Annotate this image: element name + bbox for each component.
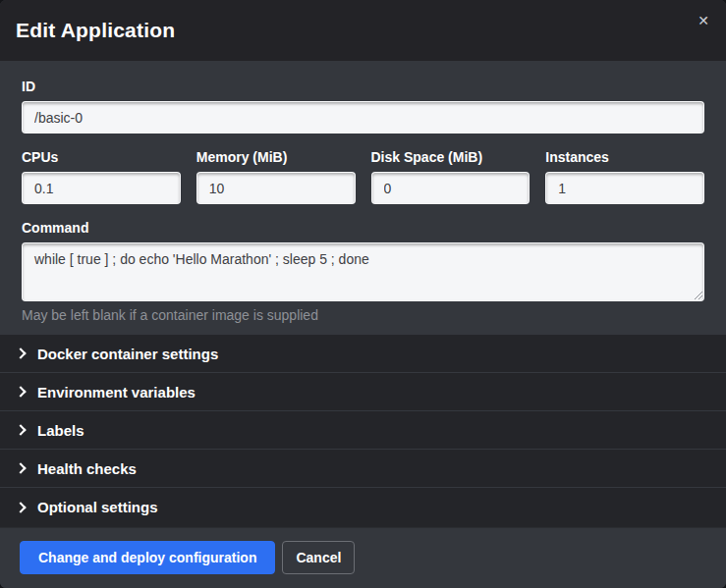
close-icon[interactable]: ✕ [693,10,714,31]
disk-field-group: Disk Space (MiB) [371,149,531,204]
modal-footer: Change and deploy configuration Cancel [0,527,726,588]
chevron-right-icon [15,386,26,397]
command-help-text: May be left blank if a container image i… [22,307,704,323]
application-form: ID CPUs Memory (MiB) Disk Space (MiB) In… [0,61,726,335]
chevron-right-icon [15,424,26,435]
section-label: Environment variables [37,384,195,401]
instances-field-group: Instances [545,149,704,204]
section-docker-container-settings[interactable]: Docker container settings [0,335,726,373]
section-label: Health checks [37,460,137,477]
section-environment-variables[interactable]: Environment variables [0,373,726,411]
command-textarea-wrap: while [ true ] ; do echo 'Hello Marathon… [22,242,704,301]
id-label: ID [22,79,704,94]
chevron-right-icon [15,462,26,473]
settings-accordion: Docker container settings Environment va… [0,335,726,527]
section-labels[interactable]: Labels [0,411,726,450]
page-title: Edit Application [16,19,175,42]
chevron-right-icon [15,347,26,358]
resources-row: CPUs Memory (MiB) Disk Space (MiB) Insta… [22,149,704,204]
section-label: Docker container settings [37,346,218,362]
cancel-button[interactable]: Cancel [282,541,355,574]
instances-input[interactable] [545,172,704,204]
command-textarea[interactable]: while [ true ] ; do echo 'Hello Marathon… [22,242,704,301]
id-input[interactable] [22,101,704,134]
command-field-group: Command while [ true ] ; do echo 'Hello … [22,220,704,323]
cpus-label: CPUs [22,149,181,165]
memory-input[interactable] [196,172,356,204]
command-label: Command [22,220,704,236]
disk-space-label: Disk Space (MiB) [371,149,531,165]
cpus-input[interactable] [22,172,181,204]
section-optional-settings[interactable]: Optional settings [0,488,726,526]
section-label: Optional settings [37,499,158,515]
memory-label: Memory (MiB) [196,149,356,165]
id-field-group: ID [22,79,704,134]
chevron-right-icon [15,502,26,512]
section-label: Labels [37,422,84,439]
change-and-deploy-button[interactable]: Change and deploy configuration [20,541,275,574]
cpus-field-group: CPUs [22,149,181,204]
memory-field-group: Memory (MiB) [196,149,356,204]
disk-space-input[interactable] [371,172,531,204]
edit-application-modal: Edit Application ✕ ID CPUs Memory (MiB) … [0,0,726,588]
instances-label: Instances [545,149,704,165]
section-health-checks[interactable]: Health checks [0,450,726,488]
modal-header: Edit Application ✕ [0,0,726,61]
